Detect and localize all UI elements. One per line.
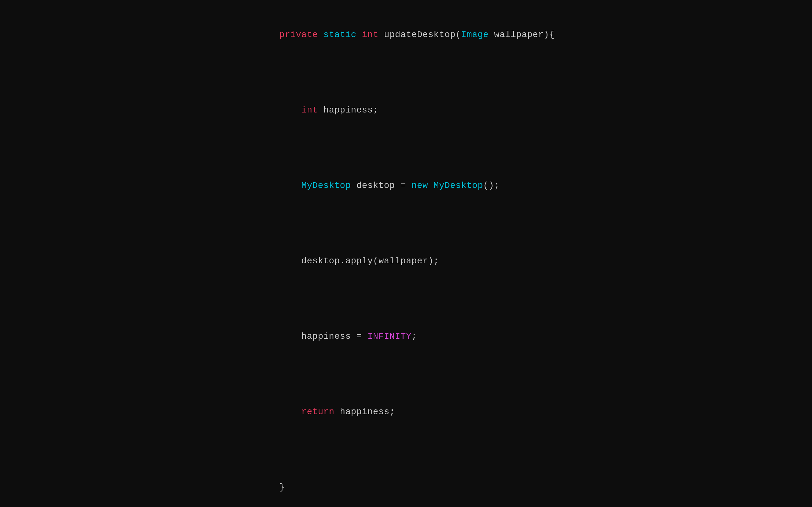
constant-infinity: INFINITY xyxy=(367,331,411,341)
keyword-return: return xyxy=(301,407,334,417)
code-line-4: desktop.apply(wallpaper); xyxy=(257,238,555,284)
closing-brace: } xyxy=(280,482,285,492)
type-mydesktop-decl: MyDesktop xyxy=(301,181,351,190)
code-block: private static int updateDesktop(Image w… xyxy=(257,0,555,507)
code-line-6: return happiness; xyxy=(257,389,555,435)
type-image: Image xyxy=(461,30,489,40)
type-mydesktop-new: MyDesktop xyxy=(434,181,483,190)
code-line-7: } xyxy=(257,464,555,507)
keyword-static: static xyxy=(323,30,357,40)
code-line-5: happiness = INFINITY; xyxy=(257,314,555,359)
keyword-int-happiness: int xyxy=(301,105,318,115)
code-line-3: MyDesktop desktop = new MyDesktop(); xyxy=(257,163,555,208)
keyword-private: private xyxy=(280,30,318,40)
keyword-int-return-type: int xyxy=(362,30,378,40)
code-line-2: int happiness; xyxy=(257,88,555,133)
code-line-1: private static int updateDesktop(Image w… xyxy=(257,12,555,58)
keyword-new: new xyxy=(411,181,428,190)
